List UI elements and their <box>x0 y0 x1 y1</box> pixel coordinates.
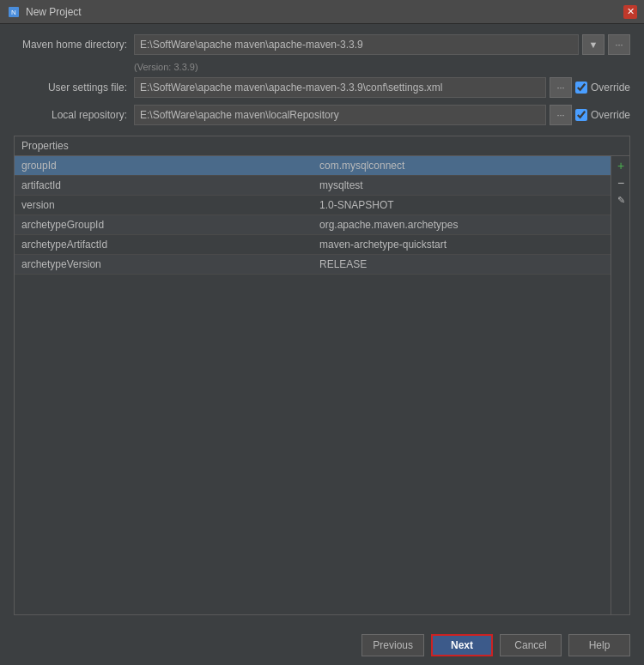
table-row[interactable]: archetypeVersionRELEASE <box>15 255 611 275</box>
user-settings-label: User settings file: <box>14 82 134 94</box>
property-value: org.apache.maven.archetypes <box>313 215 611 235</box>
property-value: com.mysqlconnect <box>313 156 611 176</box>
properties-inner: groupIdcom.mysqlconnectartifactIdmysqlte… <box>15 156 629 614</box>
edit-property-button[interactable]: ✎ <box>613 192 629 208</box>
cancel-button[interactable]: Cancel <box>500 634 562 656</box>
user-settings-override-label: Override <box>591 82 630 94</box>
property-name: archetypeGroupId <box>15 215 313 235</box>
maven-home-input[interactable] <box>134 34 579 55</box>
property-value: maven-archetype-quickstart <box>313 235 611 255</box>
property-name: archetypeVersion <box>15 255 313 275</box>
svg-text:N: N <box>11 9 16 16</box>
user-settings-row: User settings file: ··· Override <box>14 77 630 98</box>
local-repo-row: Local repository: ··· Override <box>14 105 630 125</box>
property-value: 1.0-SNAPSHOT <box>313 196 611 215</box>
maven-home-row: Maven home directory: ▼ ··· <box>14 34 630 55</box>
property-value: RELEASE <box>313 255 611 275</box>
properties-table: groupIdcom.mysqlconnectartifactIdmysqlte… <box>15 156 611 614</box>
properties-data-table: groupIdcom.mysqlconnectartifactIdmysqlte… <box>15 156 611 275</box>
property-name: version <box>15 196 313 215</box>
close-button[interactable]: ✕ <box>623 5 637 19</box>
user-settings-input[interactable] <box>134 77 546 98</box>
table-row[interactable]: groupIdcom.mysqlconnect <box>15 156 611 176</box>
dialog-content: Maven home directory: ▼ ··· (Version: 3.… <box>0 24 644 626</box>
user-settings-override-container: Override <box>575 82 630 94</box>
maven-version-text: (Version: 3.3.9) <box>134 62 630 72</box>
properties-header: Properties <box>15 136 629 156</box>
dialog-title: New Project <box>26 6 623 18</box>
local-repo-override-container: Override <box>575 109 630 121</box>
table-row[interactable]: archetypeArtifactIdmaven-archetype-quick… <box>15 235 611 255</box>
local-repo-label: Local repository: <box>14 109 134 121</box>
local-repo-browse-button[interactable]: ··· <box>550 105 572 125</box>
user-settings-override-checkbox[interactable] <box>575 82 587 94</box>
local-repo-override-checkbox[interactable] <box>575 109 587 121</box>
maven-home-label: Maven home directory: <box>14 39 134 51</box>
property-value: mysqltest <box>313 176 611 196</box>
previous-button[interactable]: Previous <box>361 634 424 656</box>
maven-home-input-container: ▼ ··· <box>134 34 630 55</box>
user-settings-input-container: ··· Override <box>134 77 630 98</box>
properties-panel: Properties groupIdcom.mysqlconnectartifa… <box>14 136 630 615</box>
next-button[interactable]: Next <box>431 634 493 656</box>
property-name: artifactId <box>15 176 313 196</box>
table-row[interactable]: artifactIdmysqltest <box>15 176 611 196</box>
help-button[interactable]: Help <box>568 634 630 656</box>
user-settings-browse-button[interactable]: ··· <box>550 77 572 98</box>
property-name: archetypeArtifactId <box>15 235 313 255</box>
add-property-button[interactable]: + <box>613 158 629 173</box>
maven-home-dropdown-button[interactable]: ▼ <box>582 34 605 55</box>
property-name: groupId <box>15 156 313 176</box>
local-repo-input-container: ··· Override <box>134 105 630 125</box>
remove-property-button[interactable]: − <box>613 175 629 190</box>
dialog-footer: Previous Next Cancel Help <box>0 626 644 665</box>
table-row[interactable]: version1.0-SNAPSHOT <box>15 196 611 215</box>
title-bar: N New Project ✕ <box>0 0 644 24</box>
maven-home-browse-button[interactable]: ··· <box>608 34 630 55</box>
properties-toolbar: + − ✎ <box>611 156 629 614</box>
local-repo-input[interactable] <box>134 105 546 125</box>
local-repo-override-label: Override <box>591 109 630 121</box>
app-icon: N <box>7 5 21 19</box>
table-row[interactable]: archetypeGroupIdorg.apache.maven.archety… <box>15 215 611 235</box>
